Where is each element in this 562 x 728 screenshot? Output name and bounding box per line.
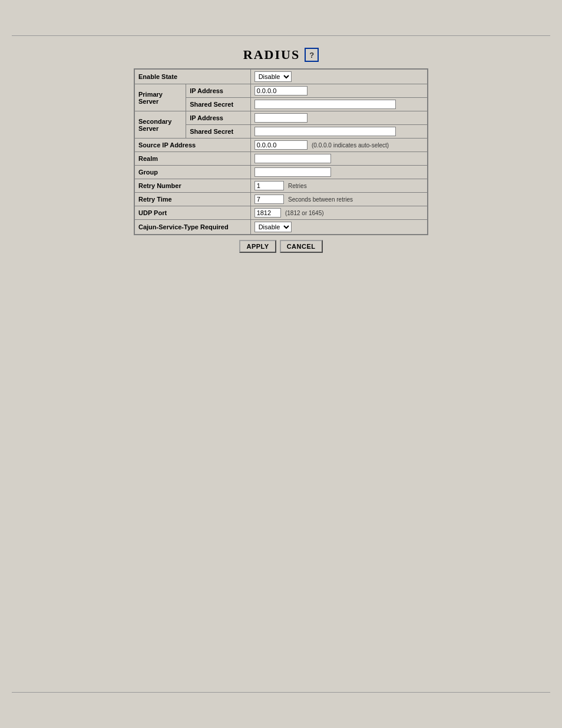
primary-ip-label: IP Address xyxy=(186,84,251,98)
realm-input[interactable] xyxy=(254,154,331,163)
retry-number-row: Retry Number Retries xyxy=(135,179,428,193)
retry-number-hint: Retries xyxy=(288,183,307,189)
udp-port-value-cell: (1812 or 1645) xyxy=(250,206,427,220)
cajun-service-type-value-cell: Disable Enable xyxy=(250,220,427,235)
cajun-service-type-select[interactable]: Disable Enable xyxy=(254,222,292,232)
secondary-secret-label: Shared Secret xyxy=(186,125,251,139)
source-ip-row: Source IP Address (0.0.0.0 indicates aut… xyxy=(135,139,428,152)
realm-value-cell xyxy=(250,152,427,166)
source-ip-label: Source IP Address xyxy=(135,139,251,152)
udp-port-input[interactable] xyxy=(254,208,281,218)
retry-time-row: Retry Time Seconds between retries xyxy=(135,193,428,206)
group-input[interactable] xyxy=(254,167,331,177)
enable-state-row: Enable State Disable Enable xyxy=(135,70,428,84)
secondary-ip-input[interactable] xyxy=(254,113,308,123)
top-divider xyxy=(12,35,550,36)
primary-ip-input[interactable] xyxy=(254,86,308,95)
enable-state-select[interactable]: Disable Enable xyxy=(254,71,292,82)
cajun-service-type-label: Cajun-Service-Type Required xyxy=(135,220,251,235)
page-title: RADIUS xyxy=(243,47,300,62)
source-ip-input[interactable] xyxy=(254,140,308,150)
primary-secret-input[interactable] xyxy=(254,100,396,109)
help-icon[interactable]: ? xyxy=(305,48,319,62)
secondary-ip-value-cell xyxy=(250,111,427,125)
retry-time-value-cell: Seconds between retries xyxy=(250,193,427,206)
secondary-ip-row: SecondaryServer IP Address xyxy=(135,111,428,125)
cancel-button[interactable]: CANCEL xyxy=(280,240,323,253)
group-label: Group xyxy=(135,166,251,179)
retry-time-hint: Seconds between retries xyxy=(288,196,353,203)
group-row: Group xyxy=(135,166,428,179)
primary-server-label: PrimaryServer xyxy=(135,84,186,111)
secondary-server-label: SecondaryServer xyxy=(135,111,186,139)
secondary-secret-value-cell xyxy=(250,125,427,139)
primary-ip-value-cell xyxy=(250,84,427,98)
retry-number-value-cell: Retries xyxy=(250,179,427,193)
apply-button[interactable]: APPLY xyxy=(239,240,276,253)
retry-number-input[interactable] xyxy=(254,181,284,190)
secondary-secret-input[interactable] xyxy=(254,127,396,136)
bottom-divider xyxy=(12,692,550,693)
primary-secret-value-cell xyxy=(250,98,427,111)
realm-label: Realm xyxy=(135,152,251,166)
radius-form: Enable State Disable Enable PrimaryServe… xyxy=(134,68,428,235)
retry-time-input[interactable] xyxy=(254,195,284,204)
secondary-ip-label: IP Address xyxy=(186,111,251,125)
realm-row: Realm xyxy=(135,152,428,166)
form-table: Enable State Disable Enable PrimaryServe… xyxy=(134,69,428,235)
udp-port-hint: (1812 or 1645) xyxy=(285,210,324,216)
source-ip-value-cell: (0.0.0.0 indicates auto-select) xyxy=(250,139,427,152)
source-ip-hint: (0.0.0.0 indicates auto-select) xyxy=(312,142,389,149)
cajun-service-type-row: Cajun-Service-Type Required Disable Enab… xyxy=(135,220,428,235)
udp-port-label: UDP Port xyxy=(135,206,251,220)
primary-secret-label: Shared Secret xyxy=(186,98,251,111)
button-row: APPLY CANCEL xyxy=(239,240,322,253)
retry-number-label: Retry Number xyxy=(135,179,251,193)
retry-time-label: Retry Time xyxy=(135,193,251,206)
enable-state-label: Enable State xyxy=(135,70,251,84)
group-value-cell xyxy=(250,166,427,179)
enable-state-value-cell: Disable Enable xyxy=(250,70,427,84)
primary-ip-row: PrimaryServer IP Address xyxy=(135,84,428,98)
udp-port-row: UDP Port (1812 or 1645) xyxy=(135,206,428,220)
